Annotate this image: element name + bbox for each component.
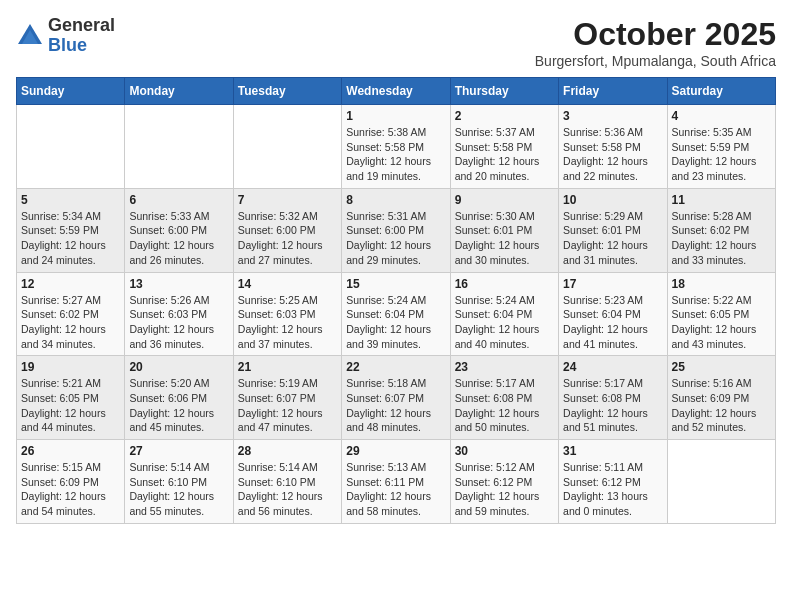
day-cell: 24Sunrise: 5:17 AMSunset: 6:08 PMDayligh…	[559, 356, 667, 440]
calendar-table: SundayMondayTuesdayWednesdayThursdayFrid…	[16, 77, 776, 524]
day-number: 28	[238, 444, 337, 458]
day-number: 3	[563, 109, 662, 123]
day-cell: 1Sunrise: 5:38 AMSunset: 5:58 PMDaylight…	[342, 105, 450, 189]
day-cell: 26Sunrise: 5:15 AMSunset: 6:09 PMDayligh…	[17, 440, 125, 524]
title-block: October 2025 Burgersfort, Mpumalanga, So…	[535, 16, 776, 69]
day-info: Sunrise: 5:18 AMSunset: 6:07 PMDaylight:…	[346, 376, 445, 435]
day-number: 20	[129, 360, 228, 374]
day-number: 11	[672, 193, 771, 207]
day-cell: 6Sunrise: 5:33 AMSunset: 6:00 PMDaylight…	[125, 188, 233, 272]
day-cell	[233, 105, 341, 189]
day-number: 23	[455, 360, 554, 374]
week-row-3: 12Sunrise: 5:27 AMSunset: 6:02 PMDayligh…	[17, 272, 776, 356]
day-info: Sunrise: 5:27 AMSunset: 6:02 PMDaylight:…	[21, 293, 120, 352]
column-header-tuesday: Tuesday	[233, 78, 341, 105]
day-number: 13	[129, 277, 228, 291]
day-cell: 3Sunrise: 5:36 AMSunset: 5:58 PMDaylight…	[559, 105, 667, 189]
day-info: Sunrise: 5:17 AMSunset: 6:08 PMDaylight:…	[455, 376, 554, 435]
day-info: Sunrise: 5:17 AMSunset: 6:08 PMDaylight:…	[563, 376, 662, 435]
day-cell: 28Sunrise: 5:14 AMSunset: 6:10 PMDayligh…	[233, 440, 341, 524]
day-number: 7	[238, 193, 337, 207]
day-number: 5	[21, 193, 120, 207]
column-header-wednesday: Wednesday	[342, 78, 450, 105]
logo: General Blue	[16, 16, 115, 56]
day-cell: 10Sunrise: 5:29 AMSunset: 6:01 PMDayligh…	[559, 188, 667, 272]
day-info: Sunrise: 5:29 AMSunset: 6:01 PMDaylight:…	[563, 209, 662, 268]
page-header: General Blue October 2025 Burgersfort, M…	[16, 16, 776, 69]
day-info: Sunrise: 5:23 AMSunset: 6:04 PMDaylight:…	[563, 293, 662, 352]
day-info: Sunrise: 5:24 AMSunset: 6:04 PMDaylight:…	[346, 293, 445, 352]
day-info: Sunrise: 5:36 AMSunset: 5:58 PMDaylight:…	[563, 125, 662, 184]
day-number: 16	[455, 277, 554, 291]
day-cell: 13Sunrise: 5:26 AMSunset: 6:03 PMDayligh…	[125, 272, 233, 356]
day-cell	[125, 105, 233, 189]
day-info: Sunrise: 5:28 AMSunset: 6:02 PMDaylight:…	[672, 209, 771, 268]
day-number: 4	[672, 109, 771, 123]
day-info: Sunrise: 5:12 AMSunset: 6:12 PMDaylight:…	[455, 460, 554, 519]
day-cell: 18Sunrise: 5:22 AMSunset: 6:05 PMDayligh…	[667, 272, 775, 356]
day-number: 29	[346, 444, 445, 458]
day-info: Sunrise: 5:33 AMSunset: 6:00 PMDaylight:…	[129, 209, 228, 268]
day-number: 15	[346, 277, 445, 291]
day-cell: 21Sunrise: 5:19 AMSunset: 6:07 PMDayligh…	[233, 356, 341, 440]
day-number: 31	[563, 444, 662, 458]
day-info: Sunrise: 5:15 AMSunset: 6:09 PMDaylight:…	[21, 460, 120, 519]
calendar-body: 1Sunrise: 5:38 AMSunset: 5:58 PMDaylight…	[17, 105, 776, 524]
day-cell: 30Sunrise: 5:12 AMSunset: 6:12 PMDayligh…	[450, 440, 558, 524]
day-cell: 9Sunrise: 5:30 AMSunset: 6:01 PMDaylight…	[450, 188, 558, 272]
logo-icon	[16, 22, 44, 50]
day-info: Sunrise: 5:35 AMSunset: 5:59 PMDaylight:…	[672, 125, 771, 184]
column-header-monday: Monday	[125, 78, 233, 105]
day-number: 19	[21, 360, 120, 374]
day-cell: 29Sunrise: 5:13 AMSunset: 6:11 PMDayligh…	[342, 440, 450, 524]
day-info: Sunrise: 5:19 AMSunset: 6:07 PMDaylight:…	[238, 376, 337, 435]
day-number: 25	[672, 360, 771, 374]
week-row-2: 5Sunrise: 5:34 AMSunset: 5:59 PMDaylight…	[17, 188, 776, 272]
day-info: Sunrise: 5:25 AMSunset: 6:03 PMDaylight:…	[238, 293, 337, 352]
day-cell	[667, 440, 775, 524]
day-info: Sunrise: 5:31 AMSunset: 6:00 PMDaylight:…	[346, 209, 445, 268]
day-cell: 14Sunrise: 5:25 AMSunset: 6:03 PMDayligh…	[233, 272, 341, 356]
day-number: 18	[672, 277, 771, 291]
day-number: 10	[563, 193, 662, 207]
day-info: Sunrise: 5:24 AMSunset: 6:04 PMDaylight:…	[455, 293, 554, 352]
day-number: 21	[238, 360, 337, 374]
day-cell: 25Sunrise: 5:16 AMSunset: 6:09 PMDayligh…	[667, 356, 775, 440]
day-info: Sunrise: 5:16 AMSunset: 6:09 PMDaylight:…	[672, 376, 771, 435]
week-row-1: 1Sunrise: 5:38 AMSunset: 5:58 PMDaylight…	[17, 105, 776, 189]
column-header-thursday: Thursday	[450, 78, 558, 105]
day-info: Sunrise: 5:14 AMSunset: 6:10 PMDaylight:…	[238, 460, 337, 519]
day-number: 8	[346, 193, 445, 207]
location-subtitle: Burgersfort, Mpumalanga, South Africa	[535, 53, 776, 69]
day-cell: 16Sunrise: 5:24 AMSunset: 6:04 PMDayligh…	[450, 272, 558, 356]
day-info: Sunrise: 5:38 AMSunset: 5:58 PMDaylight:…	[346, 125, 445, 184]
day-cell: 19Sunrise: 5:21 AMSunset: 6:05 PMDayligh…	[17, 356, 125, 440]
day-info: Sunrise: 5:37 AMSunset: 5:58 PMDaylight:…	[455, 125, 554, 184]
day-cell: 7Sunrise: 5:32 AMSunset: 6:00 PMDaylight…	[233, 188, 341, 272]
day-cell: 17Sunrise: 5:23 AMSunset: 6:04 PMDayligh…	[559, 272, 667, 356]
column-header-friday: Friday	[559, 78, 667, 105]
day-cell: 23Sunrise: 5:17 AMSunset: 6:08 PMDayligh…	[450, 356, 558, 440]
logo-general-text: General	[48, 15, 115, 35]
day-cell: 15Sunrise: 5:24 AMSunset: 6:04 PMDayligh…	[342, 272, 450, 356]
day-number: 26	[21, 444, 120, 458]
day-cell: 22Sunrise: 5:18 AMSunset: 6:07 PMDayligh…	[342, 356, 450, 440]
day-info: Sunrise: 5:14 AMSunset: 6:10 PMDaylight:…	[129, 460, 228, 519]
day-cell: 11Sunrise: 5:28 AMSunset: 6:02 PMDayligh…	[667, 188, 775, 272]
day-cell: 31Sunrise: 5:11 AMSunset: 6:12 PMDayligh…	[559, 440, 667, 524]
day-info: Sunrise: 5:20 AMSunset: 6:06 PMDaylight:…	[129, 376, 228, 435]
day-number: 17	[563, 277, 662, 291]
day-info: Sunrise: 5:22 AMSunset: 6:05 PMDaylight:…	[672, 293, 771, 352]
day-info: Sunrise: 5:34 AMSunset: 5:59 PMDaylight:…	[21, 209, 120, 268]
day-cell: 27Sunrise: 5:14 AMSunset: 6:10 PMDayligh…	[125, 440, 233, 524]
day-number: 6	[129, 193, 228, 207]
day-number: 12	[21, 277, 120, 291]
week-row-4: 19Sunrise: 5:21 AMSunset: 6:05 PMDayligh…	[17, 356, 776, 440]
day-cell: 5Sunrise: 5:34 AMSunset: 5:59 PMDaylight…	[17, 188, 125, 272]
day-number: 22	[346, 360, 445, 374]
column-header-sunday: Sunday	[17, 78, 125, 105]
day-info: Sunrise: 5:32 AMSunset: 6:00 PMDaylight:…	[238, 209, 337, 268]
day-cell: 12Sunrise: 5:27 AMSunset: 6:02 PMDayligh…	[17, 272, 125, 356]
day-cell: 20Sunrise: 5:20 AMSunset: 6:06 PMDayligh…	[125, 356, 233, 440]
column-header-saturday: Saturday	[667, 78, 775, 105]
